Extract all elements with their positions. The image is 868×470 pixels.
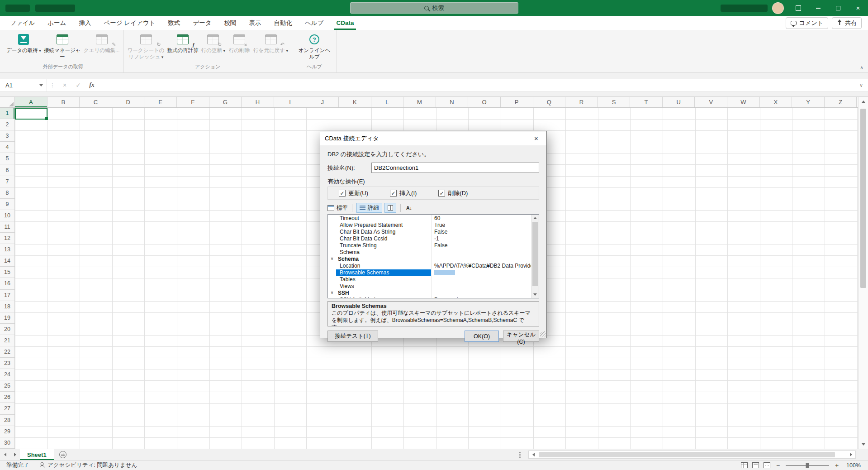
active-cell-selection[interactable] <box>15 108 47 120</box>
row-header-14[interactable]: 14 <box>0 255 14 267</box>
property-row-1[interactable]: Allow Prepared StatementTrue <box>328 221 531 228</box>
name-box[interactable]: A1 <box>0 79 47 91</box>
property-row-10[interactable]: Views <box>328 283 531 289</box>
operation-checkbox-2[interactable]: ✓削除(D) <box>438 189 468 197</box>
dialog-close-button[interactable]: × <box>526 131 546 145</box>
property-row-4[interactable]: Truncate StringFalse <box>328 242 531 249</box>
property-row-11[interactable]: ∨SSH <box>328 289 531 296</box>
scroll-right-button[interactable] <box>846 451 855 458</box>
connection-name-input[interactable] <box>371 163 539 173</box>
row-header-29[interactable]: 29 <box>0 426 14 437</box>
row-header-28[interactable]: 28 <box>0 415 14 426</box>
row-header-20[interactable]: 20 <box>0 324 14 335</box>
share-button[interactable]: 共有 <box>832 17 862 29</box>
row-header-13[interactable]: 13 <box>0 244 14 255</box>
zoom-level[interactable]: 100% <box>844 462 861 469</box>
zoom-out-button[interactable]: − <box>775 462 781 469</box>
page-layout-view-button[interactable] <box>752 462 759 468</box>
formula-bar-expand-icon[interactable]: ∨ <box>854 79 868 91</box>
advanced-view-toggle[interactable]: 詳細 <box>356 203 382 213</box>
add-sheet-button[interactable] <box>58 450 68 460</box>
column-header-X[interactable]: X <box>760 97 792 107</box>
ribbon-tab-7[interactable]: 表示 <box>243 16 268 30</box>
row-header-22[interactable]: 22 <box>0 346 14 358</box>
property-row-12[interactable]: SSH Auth ModePassword <box>328 296 531 298</box>
recalculate-button[interactable]: ƒ数式の再計算 <box>166 31 200 54</box>
column-header-H[interactable]: H <box>242 97 274 107</box>
formula-input[interactable] <box>99 79 854 91</box>
property-row-8[interactable]: Browsable Schemas <box>328 269 531 276</box>
sheet-tab-splitter[interactable] <box>519 452 521 458</box>
ribbon-tab-4[interactable]: 数式 <box>161 16 186 30</box>
row-header-7[interactable]: 7 <box>0 176 14 187</box>
row-header-30[interactable]: 30 <box>0 437 14 449</box>
column-header-C[interactable]: C <box>80 97 112 107</box>
column-header-W[interactable]: W <box>727 97 760 107</box>
column-header-R[interactable]: R <box>565 97 598 107</box>
column-header-E[interactable]: E <box>144 97 177 107</box>
ribbon-tab-9[interactable]: ヘルプ <box>299 16 330 30</box>
ribbon-tab-8[interactable]: 自動化 <box>268 16 299 30</box>
collapse-ribbon-icon[interactable]: ∧ <box>860 65 863 71</box>
scroll-down-button[interactable] <box>859 440 868 449</box>
column-header-L[interactable]: L <box>371 97 404 107</box>
page-break-view-button[interactable] <box>764 462 770 468</box>
horizontal-scrollbar[interactable] <box>528 451 856 459</box>
test-connection-button[interactable]: 接続テスト(T) <box>327 331 378 342</box>
row-header-1[interactable]: 1 <box>0 108 14 119</box>
row-header-27[interactable]: 27 <box>0 403 14 414</box>
column-header-Y[interactable]: Y <box>792 97 825 107</box>
property-row-6[interactable]: ∨Schema <box>328 255 531 262</box>
ribbon-tab-10[interactable]: CData <box>330 16 360 30</box>
row-header-23[interactable]: 23 <box>0 358 14 369</box>
pg-scroll-down-button[interactable] <box>531 291 539 298</box>
property-pages-toggle[interactable] <box>384 203 396 213</box>
row-header-19[interactable]: 19 <box>0 312 14 324</box>
row-header-12[interactable]: 12 <box>0 233 14 244</box>
row-header-5[interactable]: 5 <box>0 153 14 164</box>
property-grid-scrollbar[interactable] <box>531 215 539 298</box>
row-header-21[interactable]: 21 <box>0 335 14 346</box>
ribbon-tab-0[interactable]: ファイル <box>4 16 41 30</box>
sheet-nav-right-button[interactable] <box>10 449 20 460</box>
maximize-button[interactable] <box>828 0 848 16</box>
minimize-button[interactable] <box>808 0 828 16</box>
select-all-corner[interactable] <box>0 97 15 108</box>
normal-view-button[interactable] <box>741 462 748 468</box>
column-header-D[interactable]: D <box>112 97 145 107</box>
categorized-view-icon[interactable] <box>327 205 334 211</box>
ribbon-tab-2[interactable]: 挿入 <box>72 16 97 30</box>
column-header-F[interactable]: F <box>177 97 209 107</box>
property-row-7[interactable]: Location%APPDATA%¥CData¥DB2 Data Provide… <box>328 262 531 269</box>
comments-button[interactable]: コメント <box>786 17 828 29</box>
column-header-G[interactable]: G <box>209 97 242 107</box>
connection-manager-button[interactable]: 接続マネージャー <box>43 31 82 60</box>
accessibility-status[interactable]: アクセシビリティ: 問題ありません <box>39 461 137 469</box>
ribbon-tab-3[interactable]: ページ レイアウト <box>97 16 161 30</box>
ok-button[interactable]: OK(O) <box>465 331 499 342</box>
search-box[interactable]: 検索 <box>350 2 518 14</box>
standard-view-label[interactable]: 標準 <box>337 204 348 212</box>
namebox-dropdown-icon[interactable] <box>39 84 43 86</box>
pg-scroll-up-button[interactable] <box>531 215 539 221</box>
column-header-I[interactable]: I <box>274 97 307 107</box>
vertical-scrollbar-thumb[interactable] <box>860 109 866 288</box>
row-header-16[interactable]: 16 <box>0 278 14 289</box>
column-header-Q[interactable]: Q <box>533 97 566 107</box>
zoom-slider[interactable] <box>786 465 829 466</box>
row-header-2[interactable]: 2 <box>0 119 14 130</box>
column-header-Z[interactable]: Z <box>825 97 857 107</box>
scroll-up-button[interactable] <box>859 97 868 106</box>
dialog-titlebar[interactable]: CData 接続エディタ × <box>320 131 546 145</box>
insert-function-button[interactable]: fx <box>85 79 99 91</box>
scroll-left-button[interactable] <box>529 451 538 458</box>
property-row-9[interactable]: Tables <box>328 276 531 283</box>
row-header-4[interactable]: 4 <box>0 142 14 153</box>
row-header-17[interactable]: 17 <box>0 290 14 301</box>
sheet-tab-0[interactable]: Sheet1 <box>20 449 54 460</box>
column-header-B[interactable]: B <box>47 97 80 107</box>
formula-bar-splitter[interactable]: ⋮ <box>47 79 58 91</box>
row-header-8[interactable]: 8 <box>0 187 14 199</box>
operation-checkbox-0[interactable]: ✓更新(U) <box>339 189 368 197</box>
ribbon-tab-1[interactable]: ホーム <box>41 16 72 30</box>
